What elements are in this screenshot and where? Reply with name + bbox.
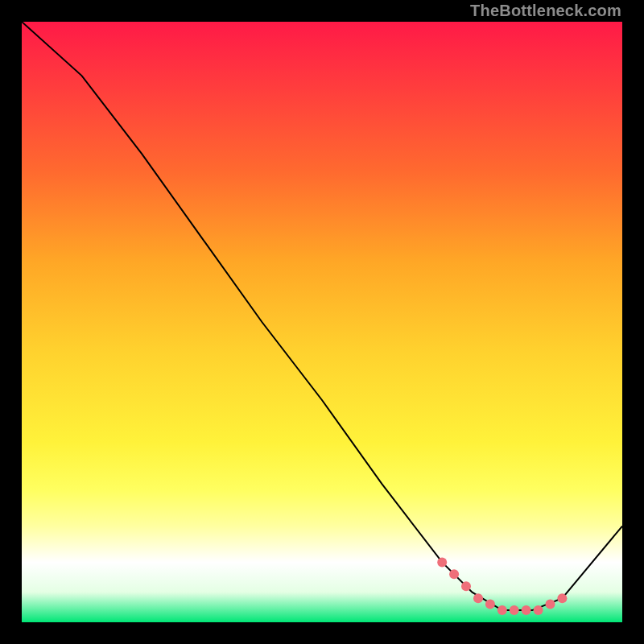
watermark-text: TheBottleneck.com bbox=[470, 2, 621, 20]
marker-dot bbox=[534, 605, 543, 615]
plot-area bbox=[22, 22, 622, 622]
marker-dot bbox=[557, 593, 567, 603]
marker-dot bbox=[546, 600, 555, 609]
marker-dot bbox=[510, 605, 519, 615]
marker-group bbox=[437, 557, 567, 615]
marker-dot bbox=[497, 605, 507, 615]
marker-dot bbox=[522, 605, 531, 615]
marker-dot bbox=[437, 557, 447, 567]
marker-dot bbox=[473, 593, 483, 603]
marker-dot bbox=[485, 600, 495, 609]
chart-stage: TheBottleneck.com bbox=[0, 0, 644, 644]
marker-dot bbox=[461, 581, 471, 591]
curve-svg bbox=[22, 22, 622, 622]
marker-dot bbox=[449, 569, 459, 579]
bottleneck-curve bbox=[22, 22, 622, 610]
